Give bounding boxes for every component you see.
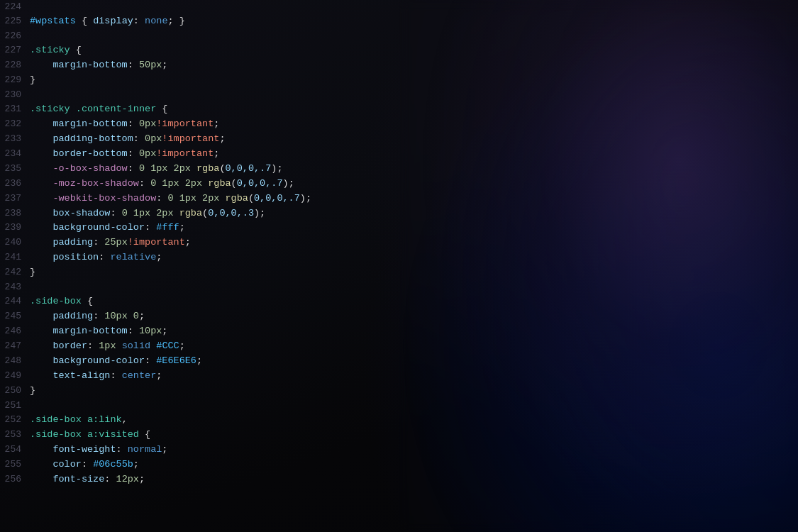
code-content: #wpstats { display: none; } <box>30 14 798 29</box>
line-number: 242 <box>0 265 30 279</box>
code-content: border-bottom: 0px!important; <box>30 147 798 162</box>
line-number: 252 <box>0 413 30 427</box>
code-line: 228 margin-bottom: 50px; <box>0 58 798 73</box>
code-content: background-color: #fff; <box>30 221 798 235</box>
line-number: 256 <box>0 472 30 487</box>
line-number: 233 <box>0 132 30 146</box>
code-content: padding-bottom: 0px!important; <box>30 132 798 147</box>
code-content: font-size: 12px; <box>30 472 798 487</box>
code-content: .side-box { <box>30 294 798 309</box>
code-line: 251 <box>0 399 798 413</box>
code-line: 249 text-align: center; <box>0 369 798 384</box>
code-content: } <box>30 73 798 88</box>
code-line: 246 margin-bottom: 10px; <box>0 324 798 339</box>
line-number: 253 <box>0 428 30 442</box>
code-line: 236 -moz-box-shadow: 0 1px 2px rgba(0,0,… <box>0 177 798 192</box>
line-number: 225 <box>0 14 30 28</box>
code-content: } <box>30 384 798 399</box>
line-number: 237 <box>0 192 30 206</box>
code-content: position: relative; <box>30 250 798 265</box>
code-content: -webkit-box-shadow: 0 1px 2px rgba(0,0,0… <box>30 192 798 206</box>
code-content: .sticky { <box>30 43 798 58</box>
code-line: 247 border: 1px solid #CCC; <box>0 339 798 354</box>
line-number: 229 <box>0 73 30 87</box>
line-number: 247 <box>0 339 30 353</box>
code-line: 254 font-weight: normal; <box>0 443 798 458</box>
code-line: 250 } <box>0 384 798 399</box>
code-line: 248 background-color: #E6E6E6; <box>0 354 798 369</box>
code-line: 255 color: #06c55b; <box>0 458 798 472</box>
code-content: padding: 25px!important; <box>30 235 798 250</box>
code-line: 235 -o-box-shadow: 0 1px 2px rgba(0,0,0,… <box>0 162 798 177</box>
code-content: background-color: #E6E6E6; <box>30 354 798 369</box>
code-line: 234 border-bottom: 0px!important; <box>0 147 798 162</box>
code-content: margin-bottom: 50px; <box>30 58 798 73</box>
line-number: 230 <box>0 88 30 102</box>
line-number: 240 <box>0 235 30 250</box>
code-content: -o-box-shadow: 0 1px 2px rgba(0,0,0,.7); <box>30 162 798 177</box>
code-line: 245 padding: 10px 0; <box>0 309 798 324</box>
line-number: 241 <box>0 250 30 265</box>
line-number: 236 <box>0 177 30 191</box>
code-content: .side-box a:visited { <box>30 428 798 443</box>
code-line: 233 padding-bottom: 0px!important; <box>0 132 798 147</box>
code-content: .sticky .content-inner { <box>30 102 798 117</box>
line-number: 224 <box>0 0 30 14</box>
code-line: 238 box-shadow: 0 1px 2px rgba(0,0,0,.3)… <box>0 206 798 221</box>
code-line: 252 .side-box a:link, <box>0 413 798 428</box>
line-number: 235 <box>0 162 30 176</box>
code-content: -moz-box-shadow: 0 1px 2px rgba(0,0,0,.7… <box>30 177 798 192</box>
code-line: 253 .side-box a:visited { <box>0 428 798 443</box>
code-line: 231 .sticky .content-inner { <box>0 102 798 117</box>
code-line: 256 font-size: 12px; <box>0 472 798 487</box>
code-line: 237 -webkit-box-shadow: 0 1px 2px rgba(0… <box>0 192 798 206</box>
code-content: margin-bottom: 0px!important; <box>30 117 798 132</box>
code-line: 232 margin-bottom: 0px!important; <box>0 117 798 132</box>
code-content: padding: 10px 0; <box>30 309 798 324</box>
line-number: 231 <box>0 102 30 116</box>
code-line: 241 position: relative; <box>0 250 798 265</box>
code-line: 244 .side-box { <box>0 294 798 309</box>
line-number: 238 <box>0 206 30 221</box>
line-number: 250 <box>0 384 30 398</box>
line-number: 254 <box>0 443 30 457</box>
code-editor: 224 225 #wpstats { display: none; } 226 … <box>0 0 798 532</box>
screen: 224 225 #wpstats { display: none; } 226 … <box>0 0 798 532</box>
code-content: } <box>30 265 798 280</box>
code-content: margin-bottom: 10px; <box>30 324 798 339</box>
code-line: 227 .sticky { <box>0 43 798 58</box>
line-number: 251 <box>0 399 30 413</box>
line-number: 245 <box>0 309 30 323</box>
code-line: 240 padding: 25px!important; <box>0 235 798 250</box>
code-line: 239 background-color: #fff; <box>0 221 798 235</box>
line-number: 243 <box>0 280 30 294</box>
line-number: 239 <box>0 221 30 235</box>
code-content: box-shadow: 0 1px 2px rgba(0,0,0,.3); <box>30 206 798 221</box>
code-content: color: #06c55b; <box>30 458 798 472</box>
line-number: 234 <box>0 147 30 161</box>
line-number: 244 <box>0 294 30 309</box>
line-number: 246 <box>0 324 30 338</box>
code-line: 226 <box>0 29 798 43</box>
line-number: 226 <box>0 29 30 43</box>
line-number: 227 <box>0 43 30 57</box>
code-line: 243 <box>0 280 798 294</box>
code-content: font-weight: normal; <box>30 443 798 458</box>
code-content: .side-box a:link, <box>30 413 798 428</box>
code-content: border: 1px solid #CCC; <box>30 339 798 354</box>
code-line: 230 <box>0 88 798 102</box>
line-number: 249 <box>0 369 30 383</box>
code-line: 229 } <box>0 73 798 88</box>
code-line: 225 #wpstats { display: none; } <box>0 14 798 29</box>
code-line: 224 <box>0 0 798 14</box>
line-number: 248 <box>0 354 30 368</box>
line-number: 228 <box>0 58 30 72</box>
line-number: 255 <box>0 458 30 472</box>
line-number: 232 <box>0 117 30 131</box>
code-content: text-align: center; <box>30 369 798 384</box>
code-line: 242 } <box>0 265 798 280</box>
